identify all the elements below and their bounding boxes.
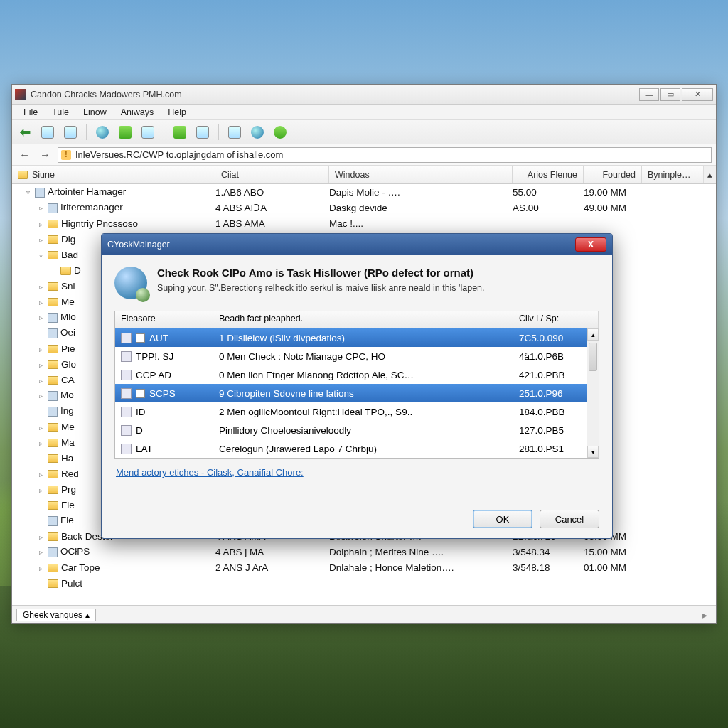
checkbox[interactable] bbox=[136, 389, 145, 398]
col-af[interactable]: Arios Flenue bbox=[513, 166, 584, 183]
file-icon bbox=[48, 203, 58, 213]
dialog-row[interactable]: ΛUT1 Dlisilelow (iSiiv divpedatios)7C5.0… bbox=[115, 328, 599, 347]
dlg-col-3[interactable]: Cliv i / Sp: bbox=[513, 311, 599, 328]
dlg-col-1[interactable]: Fieasore bbox=[115, 311, 213, 328]
ok-button[interactable]: OK bbox=[473, 510, 532, 528]
menu-help[interactable]: Help bbox=[161, 106, 193, 119]
scroll-right-icon[interactable]: ▸ bbox=[702, 609, 712, 621]
globe-icon[interactable] bbox=[94, 124, 111, 141]
file-icon bbox=[48, 391, 58, 401]
dialog-row[interactable]: LATCerelogun (Jirawered Lapo 7 Chrbju)28… bbox=[115, 439, 599, 458]
folder-icon bbox=[48, 579, 58, 588]
tree-row[interactable]: ▿Artointer Hamager1.AB6 ABODapis Molie -… bbox=[12, 184, 716, 200]
checkbox[interactable] bbox=[136, 333, 145, 343]
nav-fwd-icon[interactable]: → bbox=[37, 149, 53, 161]
back-icon[interactable]: ⬅ bbox=[16, 124, 33, 141]
app-icon bbox=[15, 89, 26, 100]
menu-file[interactable]: File bbox=[16, 106, 45, 119]
address-text: InleVersues.RC/CWP to.oplajngdam of isha… bbox=[75, 149, 283, 160]
navbar: ← → ! InleVersues.RC/CWP to.oplajngdam o… bbox=[12, 144, 716, 166]
menubar: File Tule Linow Aniways Help bbox=[12, 105, 716, 120]
folder-icon bbox=[48, 564, 58, 572]
dialog-row[interactable]: CCP AD0 Men lion Etnger Mianong Rdcttop … bbox=[115, 365, 599, 384]
scroll-up-icon[interactable]: ▴ bbox=[703, 166, 716, 183]
close-button[interactable]: ✕ bbox=[682, 88, 713, 101]
tool-icon-4[interactable] bbox=[139, 124, 156, 141]
nav-back-icon[interactable]: ← bbox=[16, 149, 33, 161]
tool-icon-5[interactable] bbox=[171, 124, 188, 141]
minimize-button[interactable]: — bbox=[639, 88, 659, 101]
file-icon bbox=[48, 328, 58, 338]
dlg-col-2[interactable]: Beadh fact pleaphed. bbox=[213, 311, 513, 328]
address-input[interactable]: ! InleVersues.RC/CWP to.oplajngdam of is… bbox=[58, 147, 712, 163]
toolbar-sep bbox=[218, 124, 219, 140]
item-icon bbox=[121, 444, 132, 454]
dialog-scrollbar[interactable]: ▴ ▾ bbox=[587, 328, 599, 458]
tool-icon-3[interactable] bbox=[117, 124, 134, 141]
titlebar[interactable]: Candon Chracks Madowers PMH.com — ▭ ✕ bbox=[12, 85, 716, 105]
file-icon bbox=[48, 313, 58, 323]
toolbar-sep bbox=[164, 124, 164, 140]
scroll-up-icon[interactable]: ▴ bbox=[587, 328, 599, 341]
tool-icon-1[interactable] bbox=[39, 124, 56, 141]
folder-icon bbox=[48, 360, 58, 369]
folder-icon bbox=[48, 439, 58, 447]
cancel-button[interactable]: Cancel bbox=[540, 510, 599, 528]
dialog-title: CYoskMainager bbox=[107, 240, 575, 250]
item-icon bbox=[121, 388, 132, 399]
folder-icon bbox=[48, 486, 58, 494]
statusbar: Gheek vanques▴ ▸ bbox=[12, 605, 716, 623]
folder-icon bbox=[48, 423, 58, 432]
tool-icon-7[interactable] bbox=[226, 124, 243, 141]
item-icon bbox=[121, 333, 132, 343]
scroll-thumb[interactable] bbox=[589, 343, 597, 371]
folder-icon bbox=[48, 376, 58, 385]
item-icon bbox=[121, 370, 132, 380]
col-name[interactable]: Siune bbox=[12, 166, 215, 183]
dialog-subtext: Suping your, S".Berectionş relheck itlo … bbox=[157, 283, 485, 293]
scroll-down-icon[interactable]: ▾ bbox=[587, 446, 599, 458]
menu-tule[interactable]: Tule bbox=[45, 106, 76, 119]
folder-icon bbox=[48, 454, 58, 463]
tool-icon-6[interactable] bbox=[194, 124, 211, 141]
dialog-link[interactable]: Mend actory etiches - Cilask, Canaifial … bbox=[116, 467, 598, 478]
tree-row[interactable]: ▹OCłPS4 ABS j MADolphain ; Merites Nine … bbox=[12, 544, 716, 560]
toolbar: ⬅ bbox=[12, 120, 716, 144]
tool-icon-2[interactable] bbox=[62, 124, 79, 141]
folder-icon bbox=[18, 171, 28, 179]
dialog-row[interactable]: TPP!. SJ0 Men Check : Notc Mianage CPC, … bbox=[115, 347, 599, 365]
tree-row[interactable]: Pulct bbox=[12, 575, 716, 591]
menu-aniways[interactable]: Aniways bbox=[114, 106, 161, 119]
dialog-row[interactable]: ID2 Men ogliicMoontoul Rignt:Hdeal TPO,.… bbox=[115, 402, 599, 421]
dialog-heading: Check Rook CIPo Amo is Task Hisllower (R… bbox=[157, 267, 485, 279]
maximize-button[interactable]: ▭ bbox=[660, 88, 680, 101]
menu-linow[interactable]: Linow bbox=[76, 106, 114, 119]
window-title: Candon Chracks Madowers PMH.com bbox=[31, 90, 638, 100]
dialog-titlebar[interactable]: CYoskMainager X bbox=[102, 234, 612, 255]
globe-refresh-icon bbox=[114, 267, 147, 299]
file-icon bbox=[48, 547, 58, 557]
tool-icon-8[interactable] bbox=[249, 124, 266, 141]
folder-icon bbox=[48, 220, 58, 228]
dialog-close-button[interactable]: X bbox=[575, 237, 606, 252]
tool-icon-9[interactable] bbox=[272, 124, 289, 141]
toolbar-sep bbox=[86, 124, 87, 140]
tree-row[interactable]: ▹Higntriy Pncssoso1 ABS AMAMac !.... bbox=[12, 215, 716, 231]
dialog-row[interactable]: SCPS9 Cibropiten Sdovne line lations251.… bbox=[115, 384, 599, 402]
folder-icon bbox=[48, 501, 58, 510]
tree-row[interactable]: ▹Car Tope2 ANS J ArADnlahale ; Honce Mal… bbox=[12, 560, 716, 575]
tree-row[interactable]: ▹Iriteremanager4 ABS AIƆADaskg devideAS.… bbox=[12, 200, 716, 215]
col-ciat[interactable]: Ciiat bbox=[215, 166, 329, 183]
col-win[interactable]: Windoas bbox=[329, 166, 513, 183]
warning-icon: ! bbox=[61, 150, 71, 160]
status-button[interactable]: Gheek vanques▴ bbox=[16, 609, 96, 621]
item-icon bbox=[121, 351, 132, 362]
dialog-list: Fieasore Beadh fact pleaphed. Cliv i / S… bbox=[114, 311, 599, 459]
dialog-col-header: Fieasore Beadh fact pleaphed. Cliv i / S… bbox=[115, 311, 599, 328]
item-icon bbox=[121, 407, 132, 417]
col-fnd[interactable]: Fourded bbox=[584, 166, 642, 183]
dialog-row[interactable]: DPinllidory Choeloesianiveloodly127.0.PB… bbox=[115, 421, 599, 439]
folder-icon bbox=[48, 345, 58, 353]
folder-icon bbox=[48, 282, 58, 291]
item-icon bbox=[121, 425, 132, 436]
